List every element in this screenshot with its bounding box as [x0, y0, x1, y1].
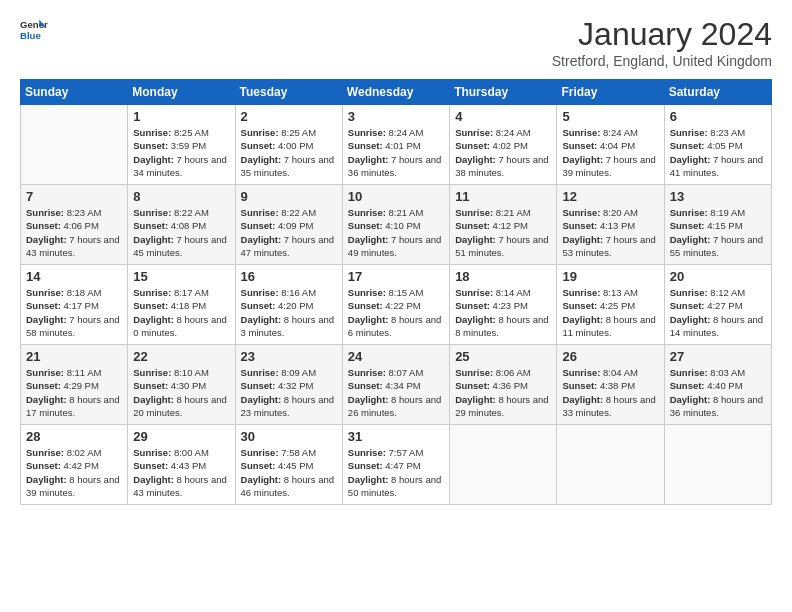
calendar-cell: [21, 105, 128, 185]
calendar-cell: 1Sunrise: 8:25 AMSunset: 3:59 PMDaylight…: [128, 105, 235, 185]
calendar-cell: 7Sunrise: 8:23 AMSunset: 4:06 PMDaylight…: [21, 185, 128, 265]
col-wednesday: Wednesday: [342, 80, 449, 105]
day-number: 25: [455, 349, 551, 364]
calendar-cell: 13Sunrise: 8:19 AMSunset: 4:15 PMDayligh…: [664, 185, 771, 265]
calendar-cell: 19Sunrise: 8:13 AMSunset: 4:25 PMDayligh…: [557, 265, 664, 345]
day-number: 24: [348, 349, 444, 364]
day-info: Sunrise: 8:04 AMSunset: 4:38 PMDaylight:…: [562, 366, 658, 419]
day-number: 4: [455, 109, 551, 124]
day-info: Sunrise: 8:24 AMSunset: 4:02 PMDaylight:…: [455, 126, 551, 179]
day-number: 30: [241, 429, 337, 444]
day-number: 16: [241, 269, 337, 284]
day-number: 17: [348, 269, 444, 284]
day-number: 20: [670, 269, 766, 284]
day-number: 9: [241, 189, 337, 204]
day-number: 27: [670, 349, 766, 364]
day-info: Sunrise: 8:00 AMSunset: 4:43 PMDaylight:…: [133, 446, 229, 499]
calendar-cell: 17Sunrise: 8:15 AMSunset: 4:22 PMDayligh…: [342, 265, 449, 345]
day-info: Sunrise: 8:02 AMSunset: 4:42 PMDaylight:…: [26, 446, 122, 499]
day-number: 1: [133, 109, 229, 124]
day-number: 14: [26, 269, 122, 284]
svg-text:General: General: [20, 19, 48, 30]
day-info: Sunrise: 8:06 AMSunset: 4:36 PMDaylight:…: [455, 366, 551, 419]
calendar-cell: 4Sunrise: 8:24 AMSunset: 4:02 PMDaylight…: [450, 105, 557, 185]
calendar: Sunday Monday Tuesday Wednesday Thursday…: [20, 79, 772, 505]
month-title: January 2024: [552, 16, 772, 53]
calendar-cell: 20Sunrise: 8:12 AMSunset: 4:27 PMDayligh…: [664, 265, 771, 345]
calendar-cell: 22Sunrise: 8:10 AMSunset: 4:30 PMDayligh…: [128, 345, 235, 425]
day-info: Sunrise: 8:24 AMSunset: 4:04 PMDaylight:…: [562, 126, 658, 179]
calendar-cell: 12Sunrise: 8:20 AMSunset: 4:13 PMDayligh…: [557, 185, 664, 265]
calendar-cell: 29Sunrise: 8:00 AMSunset: 4:43 PMDayligh…: [128, 425, 235, 505]
calendar-cell: [450, 425, 557, 505]
col-thursday: Thursday: [450, 80, 557, 105]
day-number: 5: [562, 109, 658, 124]
calendar-cell: 9Sunrise: 8:22 AMSunset: 4:09 PMDaylight…: [235, 185, 342, 265]
calendar-cell: 21Sunrise: 8:11 AMSunset: 4:29 PMDayligh…: [21, 345, 128, 425]
day-number: 2: [241, 109, 337, 124]
day-number: 29: [133, 429, 229, 444]
day-number: 13: [670, 189, 766, 204]
calendar-cell: 6Sunrise: 8:23 AMSunset: 4:05 PMDaylight…: [664, 105, 771, 185]
day-number: 18: [455, 269, 551, 284]
calendar-cell: 3Sunrise: 8:24 AMSunset: 4:01 PMDaylight…: [342, 105, 449, 185]
day-number: 31: [348, 429, 444, 444]
day-number: 23: [241, 349, 337, 364]
day-info: Sunrise: 8:25 AMSunset: 3:59 PMDaylight:…: [133, 126, 229, 179]
day-info: Sunrise: 8:13 AMSunset: 4:25 PMDaylight:…: [562, 286, 658, 339]
day-info: Sunrise: 8:17 AMSunset: 4:18 PMDaylight:…: [133, 286, 229, 339]
page-header: General Blue January 2024 Stretford, Eng…: [20, 16, 772, 69]
day-info: Sunrise: 8:21 AMSunset: 4:12 PMDaylight:…: [455, 206, 551, 259]
day-number: 19: [562, 269, 658, 284]
day-info: Sunrise: 8:21 AMSunset: 4:10 PMDaylight:…: [348, 206, 444, 259]
calendar-cell: 25Sunrise: 8:06 AMSunset: 4:36 PMDayligh…: [450, 345, 557, 425]
day-info: Sunrise: 8:23 AMSunset: 4:05 PMDaylight:…: [670, 126, 766, 179]
day-info: Sunrise: 8:09 AMSunset: 4:32 PMDaylight:…: [241, 366, 337, 419]
day-number: 15: [133, 269, 229, 284]
day-info: Sunrise: 8:25 AMSunset: 4:00 PMDaylight:…: [241, 126, 337, 179]
calendar-cell: 24Sunrise: 8:07 AMSunset: 4:34 PMDayligh…: [342, 345, 449, 425]
day-number: 11: [455, 189, 551, 204]
day-info: Sunrise: 7:57 AMSunset: 4:47 PMDaylight:…: [348, 446, 444, 499]
calendar-cell: 23Sunrise: 8:09 AMSunset: 4:32 PMDayligh…: [235, 345, 342, 425]
calendar-cell: 11Sunrise: 8:21 AMSunset: 4:12 PMDayligh…: [450, 185, 557, 265]
calendar-cell: 18Sunrise: 8:14 AMSunset: 4:23 PMDayligh…: [450, 265, 557, 345]
calendar-cell: 16Sunrise: 8:16 AMSunset: 4:20 PMDayligh…: [235, 265, 342, 345]
col-tuesday: Tuesday: [235, 80, 342, 105]
day-info: Sunrise: 8:07 AMSunset: 4:34 PMDaylight:…: [348, 366, 444, 419]
col-monday: Monday: [128, 80, 235, 105]
day-info: Sunrise: 8:18 AMSunset: 4:17 PMDaylight:…: [26, 286, 122, 339]
calendar-cell: 5Sunrise: 8:24 AMSunset: 4:04 PMDaylight…: [557, 105, 664, 185]
calendar-cell: 30Sunrise: 7:58 AMSunset: 4:45 PMDayligh…: [235, 425, 342, 505]
day-info: Sunrise: 8:22 AMSunset: 4:08 PMDaylight:…: [133, 206, 229, 259]
day-number: 10: [348, 189, 444, 204]
day-number: 8: [133, 189, 229, 204]
svg-text:Blue: Blue: [20, 30, 41, 41]
calendar-cell: 14Sunrise: 8:18 AMSunset: 4:17 PMDayligh…: [21, 265, 128, 345]
day-info: Sunrise: 8:11 AMSunset: 4:29 PMDaylight:…: [26, 366, 122, 419]
calendar-cell: [664, 425, 771, 505]
day-number: 21: [26, 349, 122, 364]
calendar-cell: 27Sunrise: 8:03 AMSunset: 4:40 PMDayligh…: [664, 345, 771, 425]
calendar-cell: [557, 425, 664, 505]
calendar-cell: 15Sunrise: 8:17 AMSunset: 4:18 PMDayligh…: [128, 265, 235, 345]
day-number: 12: [562, 189, 658, 204]
day-info: Sunrise: 8:20 AMSunset: 4:13 PMDaylight:…: [562, 206, 658, 259]
day-info: Sunrise: 8:19 AMSunset: 4:15 PMDaylight:…: [670, 206, 766, 259]
day-info: Sunrise: 7:58 AMSunset: 4:45 PMDaylight:…: [241, 446, 337, 499]
day-info: Sunrise: 8:12 AMSunset: 4:27 PMDaylight:…: [670, 286, 766, 339]
day-number: 26: [562, 349, 658, 364]
location: Stretford, England, United Kingdom: [552, 53, 772, 69]
calendar-cell: 26Sunrise: 8:04 AMSunset: 4:38 PMDayligh…: [557, 345, 664, 425]
day-info: Sunrise: 8:23 AMSunset: 4:06 PMDaylight:…: [26, 206, 122, 259]
day-info: Sunrise: 8:14 AMSunset: 4:23 PMDaylight:…: [455, 286, 551, 339]
calendar-cell: 2Sunrise: 8:25 AMSunset: 4:00 PMDaylight…: [235, 105, 342, 185]
calendar-cell: 10Sunrise: 8:21 AMSunset: 4:10 PMDayligh…: [342, 185, 449, 265]
title-section: January 2024 Stretford, England, United …: [552, 16, 772, 69]
day-number: 22: [133, 349, 229, 364]
col-saturday: Saturday: [664, 80, 771, 105]
day-info: Sunrise: 8:16 AMSunset: 4:20 PMDaylight:…: [241, 286, 337, 339]
day-info: Sunrise: 8:24 AMSunset: 4:01 PMDaylight:…: [348, 126, 444, 179]
calendar-cell: 31Sunrise: 7:57 AMSunset: 4:47 PMDayligh…: [342, 425, 449, 505]
day-info: Sunrise: 8:15 AMSunset: 4:22 PMDaylight:…: [348, 286, 444, 339]
